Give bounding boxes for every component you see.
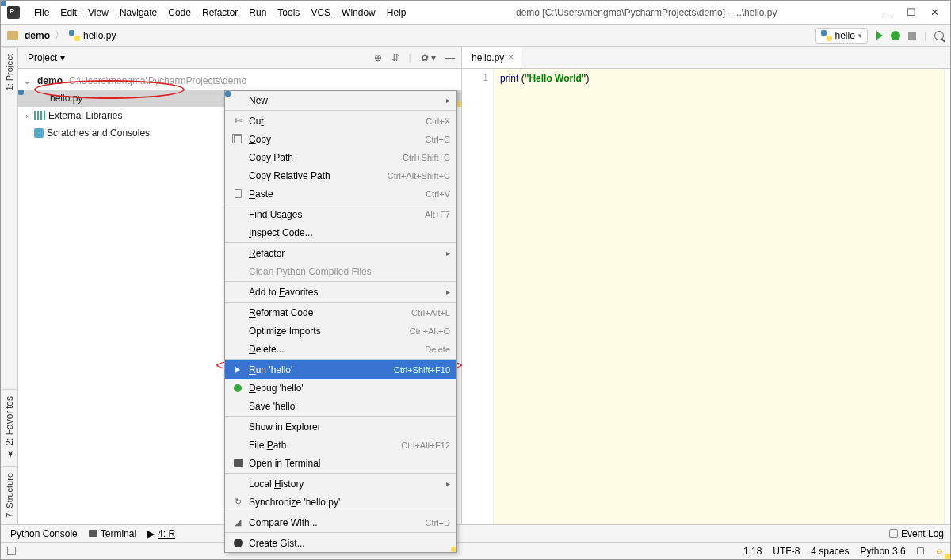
menu-edit[interactable]: Edit — [55, 4, 82, 21]
code-area[interactable]: print ("Hello World") — [494, 69, 944, 524]
ctx-cut[interactable]: ✄CutCtrl+X — [225, 112, 456, 130]
tool-tab-favorites[interactable]: ★ 2: Favorites — [2, 389, 17, 466]
menu-navigate[interactable]: Navigate — [115, 4, 162, 21]
tool-python-console[interactable]: Python Console — [7, 528, 78, 539]
editor-tabs: hello.py ✕ — [462, 47, 950, 69]
tool-terminal[interactable]: Terminal — [89, 528, 136, 539]
ctx-find-usages[interactable]: Find UsagesAlt+F7 — [225, 205, 456, 223]
python-icon — [69, 30, 80, 41]
run-config-selector[interactable]: hello ▾ — [815, 28, 868, 44]
stop-button[interactable] — [908, 32, 916, 40]
editor-body[interactable]: 1 print ("Hello World") — [462, 69, 950, 524]
menu-code[interactable]: Code — [163, 4, 196, 21]
tool-run[interactable]: ▶ 4: R — [147, 528, 175, 539]
ctx-optimize-imports[interactable]: Optimize ImportsCtrl+Alt+O — [225, 322, 456, 340]
status-position[interactable]: 1:18 — [743, 546, 762, 557]
close-tab-icon[interactable]: ✕ — [507, 52, 514, 63]
menu-bar: File Edit View Navigate Code Refactor Ru… — [29, 4, 411, 21]
menu-run[interactable]: Run — [244, 4, 271, 21]
ctx-delete-[interactable]: Delete...Delete — [225, 340, 456, 358]
code-marker-strip — [944, 69, 950, 524]
editor-panel: hello.py ✕ 1 print ("Hello World") — [462, 47, 950, 524]
main-area: 1: Project ★ 2: Favorites 7: Structure P… — [1, 47, 950, 524]
ctx-debug-hello-[interactable]: Debug 'hello' — [225, 379, 456, 397]
menu-window[interactable]: Window — [337, 4, 380, 21]
context-menu: New▸✄CutCtrl+XCopyCtrl+CCopy PathCtrl+Sh… — [224, 90, 457, 553]
breadcrumb-file[interactable]: hello.py — [69, 30, 116, 41]
status-bar: 1:18 UTF-8 4 spaces Python 3.6 ☺ — [1, 542, 950, 559]
run-config-label: hello — [835, 30, 855, 41]
tree-root[interactable]: ⌄ demo C:\Users\mengma\PycharmProjects\d… — [18, 72, 461, 90]
inspector-icon[interactable]: ☺ — [935, 547, 944, 556]
ctx-create-gist-[interactable]: Create Gist... — [225, 534, 456, 552]
menu-refactor[interactable]: Refactor — [197, 4, 243, 21]
breadcrumb-root[interactable]: demo — [7, 30, 50, 41]
bottom-tool-bar: Python Console Terminal ▶ 4: R Event Log — [1, 524, 950, 542]
close-button[interactable]: ✕ — [930, 6, 939, 18]
minimize-button[interactable]: — — [882, 6, 892, 18]
search-button[interactable] — [934, 31, 944, 40]
editor-tab-hello[interactable]: hello.py ✕ — [462, 47, 521, 68]
tree-root-path: C:\Users\mengma\PycharmProjects\demo — [69, 75, 246, 86]
run-button[interactable] — [876, 31, 883, 40]
tree-root-label: demo — [37, 75, 63, 86]
ctx-save-hello-[interactable]: Save 'hello' — [225, 397, 456, 415]
menu-view[interactable]: View — [83, 4, 113, 21]
hide-icon[interactable]: — — [445, 52, 455, 63]
tool-tab-structure[interactable]: 7: Structure — [3, 466, 16, 524]
ctx-refactor[interactable]: Refactor▸ — [225, 244, 456, 262]
nav-bar: demo 〉 hello.py hello ▾ | — [1, 25, 950, 47]
ctx-add-to-favorites[interactable]: Add to Favorites▸ — [225, 283, 456, 301]
status-python[interactable]: Python 3.6 — [860, 546, 905, 557]
project-panel-title[interactable]: Project ▾ — [28, 52, 65, 63]
ctx-paste[interactable]: PasteCtrl+V — [225, 185, 456, 203]
ctx-local-history[interactable]: Local History▸ — [225, 474, 456, 493]
left-tool-gutter: 1: Project ★ 2: Favorites 7: Structure — [1, 47, 18, 524]
ctx-show-in-explorer[interactable]: Show in Explorer — [225, 417, 456, 436]
breadcrumb-root-label: demo — [25, 30, 50, 41]
menu-vcs[interactable]: VCS — [306, 4, 335, 21]
status-square-icon[interactable] — [7, 547, 16, 555]
title-bar: File Edit View Navigate Code Refactor Ru… — [1, 1, 950, 25]
editor-tab-label: hello.py — [472, 52, 504, 63]
ctx-reformat-code[interactable]: Reformat CodeCtrl+Alt+L — [225, 303, 456, 322]
ctx-run-hello-[interactable]: Run 'hello'Ctrl+Shift+F10 — [225, 360, 456, 379]
maximize-button[interactable]: ☐ — [907, 6, 916, 18]
lock-icon[interactable] — [917, 547, 924, 554]
ctx-inspect-code-[interactable]: Inspect Code... — [225, 223, 456, 242]
status-indent[interactable]: 4 spaces — [811, 546, 849, 557]
ctx-synchronize-hello-py-[interactable]: ↻Synchronize 'hello.py' — [225, 493, 456, 511]
breadcrumb-file-label: hello.py — [83, 30, 116, 41]
separator: | — [924, 30, 926, 41]
expand-icon[interactable]: › — [23, 112, 31, 120]
tree-scratches-label: Scratches and Consoles — [47, 128, 150, 139]
project-panel-header: Project ▾ ⊕ ⇵ | ✿ ▾ — — [18, 47, 461, 69]
event-log-icon — [889, 529, 898, 538]
menu-help[interactable]: Help — [382, 4, 411, 21]
ctx-copy[interactable]: CopyCtrl+C — [225, 130, 456, 148]
library-icon — [34, 111, 45, 120]
ctx-open-in-terminal[interactable]: Open in Terminal — [225, 454, 456, 472]
collapse-icon[interactable]: ⇵ — [391, 52, 399, 63]
ctx-clean-python-compiled-files: Clean Python Compiled Files — [225, 262, 456, 280]
tree-ext-libs-label: External Libraries — [48, 110, 122, 121]
app-icon — [7, 6, 20, 19]
menu-tools[interactable]: Tools — [273, 4, 304, 21]
ctx-new[interactable]: New▸ — [225, 91, 456, 109]
tool-tab-project[interactable]: 1: Project — [3, 47, 16, 97]
gear-icon[interactable]: ✿ ▾ — [421, 52, 436, 63]
scratches-icon — [34, 128, 44, 138]
ctx-copy-relative-path[interactable]: Copy Relative PathCtrl+Alt+Shift+C — [225, 166, 456, 185]
ctx-file-path[interactable]: File PathCtrl+Alt+F12 — [225, 436, 456, 454]
window-controls: — ☐ ✕ — [882, 6, 944, 18]
locate-icon[interactable]: ⊕ — [374, 52, 382, 63]
status-encoding[interactable]: UTF-8 — [773, 546, 800, 557]
folder-icon — [7, 31, 18, 40]
menu-file[interactable]: File — [29, 4, 54, 21]
tool-event-log[interactable]: Event Log — [889, 528, 944, 539]
ctx-compare-with-[interactable]: ◪Compare With...Ctrl+D — [225, 513, 456, 531]
chevron-down-icon: ▾ — [858, 32, 862, 40]
ctx-copy-path[interactable]: Copy PathCtrl+Shift+C — [225, 148, 456, 166]
expand-icon[interactable]: ⌄ — [23, 77, 31, 86]
debug-button[interactable] — [891, 31, 900, 40]
